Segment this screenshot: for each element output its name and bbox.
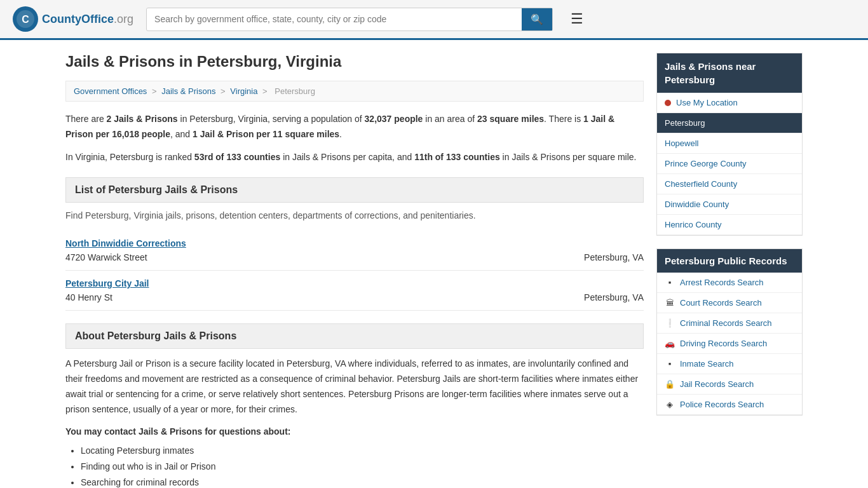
listing-city-1: Petersburg, VA: [584, 292, 644, 302]
inmate-icon: ▪: [665, 359, 675, 369]
svg-text:C: C: [22, 14, 29, 25]
jail-icon: 🔒: [665, 379, 675, 389]
police-icon: ◈: [665, 400, 675, 409]
about-text: A Petersburg Jail or Prison is a secure …: [65, 356, 644, 417]
sidebar-records-driving[interactable]: 🚗 Driving Records Search: [657, 334, 802, 354]
listing-name-north-dinwiddie[interactable]: North Dinwiddie Corrections: [65, 238, 644, 248]
public-records-title: Petersburg Public Records: [657, 249, 802, 273]
court-records-link[interactable]: Court Records Search: [680, 298, 762, 308]
location-dot-icon: [665, 100, 671, 106]
sidebar-item-prince-george[interactable]: Prince George County: [657, 154, 802, 174]
list-section-header: List of Petersburg Jails & Prisons: [65, 177, 644, 203]
sidebar-records-criminal[interactable]: ❕ Criminal Records Search: [657, 313, 802, 334]
menu-button[interactable]: ☰: [566, 8, 588, 30]
search-input[interactable]: [147, 9, 522, 29]
nearby-section: Jails & Prisons near Petersburg Use My L…: [656, 53, 803, 236]
sidebar-link-dinwiddie[interactable]: Dinwiddie County: [665, 200, 729, 209]
intro-text: There are 2 Jails & Prisons in Petersbur…: [65, 112, 644, 142]
court-icon: 🏛: [665, 298, 675, 308]
arrest-icon: ▪: [665, 278, 675, 287]
breadcrumb-jails[interactable]: Jails & Prisons: [161, 86, 215, 96]
contact-item-0: Locating Petersburg inmates: [81, 443, 644, 459]
use-my-location[interactable]: Use My Location: [657, 93, 802, 113]
public-records-section: Petersburg Public Records ▪ Arrest Recor…: [656, 248, 803, 416]
contact-heading: You may contact Jails & Prisons for ques…: [65, 426, 644, 437]
breadcrumb: Government Offices > Jails & Prisons > V…: [65, 81, 644, 102]
about-section: About Petersburg Jails & Prisons A Peter…: [65, 323, 644, 488]
listing-item: Petersburg City Jail 40 Henry St Petersb…: [65, 271, 644, 311]
sidebar-link-henrico[interactable]: Henrico County: [665, 220, 722, 229]
listing-item: North Dinwiddie Corrections 4720 Warwick…: [65, 231, 644, 271]
listing-address-0: 4720 Warwick Street: [65, 252, 147, 262]
nearby-section-title: Jails & Prisons near Petersburg: [657, 53, 802, 93]
driving-icon: 🚗: [665, 339, 675, 348]
sidebar-item-dinwiddie[interactable]: Dinwiddie County: [657, 194, 802, 215]
contact-item-1: Finding out who is in Jail or Prison: [81, 459, 644, 475]
sidebar-records-jail[interactable]: 🔒 Jail Records Search: [657, 374, 802, 395]
police-records-link[interactable]: Police Records Search: [680, 400, 764, 409]
jail-records-link[interactable]: Jail Records Search: [680, 379, 754, 389]
sidebar-records-police[interactable]: ◈ Police Records Search: [657, 395, 802, 415]
logo-text: CountyOffice.org: [42, 13, 133, 26]
criminal-icon: ❕: [665, 318, 675, 328]
sidebar-records-court[interactable]: 🏛 Court Records Search: [657, 293, 802, 313]
criminal-records-link[interactable]: Criminal Records Search: [680, 318, 772, 328]
sidebar-item-chesterfield[interactable]: Chesterfield County: [657, 174, 802, 194]
sidebar-records-inmate[interactable]: ▪ Inmate Search: [657, 354, 802, 374]
listing-address-1: 40 Henry St: [65, 292, 112, 302]
search-button[interactable]: 🔍: [522, 8, 552, 30]
sidebar-link-chesterfield[interactable]: Chesterfield County: [665, 179, 737, 189]
listing-name-city-jail[interactable]: Petersburg City Jail: [65, 278, 644, 288]
sidebar-label-petersburg: Petersburg: [665, 118, 705, 128]
breadcrumb-current: Petersburg: [275, 86, 315, 96]
sidebar-item-petersburg[interactable]: Petersburg: [657, 113, 802, 133]
contact-item-2: Searching for criminal records: [81, 475, 644, 488]
contact-list: Locating Petersburg inmates Finding out …: [65, 443, 644, 488]
sidebar-link-hopewell[interactable]: Hopewell: [665, 139, 698, 148]
driving-records-link[interactable]: Driving Records Search: [680, 339, 767, 348]
page-title: Jails & Prisons in Petersburg, Virginia: [65, 53, 644, 71]
sidebar-item-henrico[interactable]: Henrico County: [657, 215, 802, 235]
logo[interactable]: C CountyOffice.org: [13, 6, 133, 32]
sidebar-link-prince-george[interactable]: Prince George County: [665, 159, 747, 168]
breadcrumb-virginia[interactable]: Virginia: [230, 86, 257, 96]
ranking-text: In Virginia, Petersburg is ranked 53rd o…: [65, 150, 644, 165]
search-area: 🔍: [146, 8, 553, 31]
use-location-link[interactable]: Use My Location: [676, 98, 738, 107]
listing-city-0: Petersburg, VA: [584, 252, 644, 262]
about-section-header: About Petersburg Jails & Prisons: [65, 323, 644, 349]
logo-icon: C: [13, 6, 38, 32]
inmate-search-link[interactable]: Inmate Search: [680, 359, 734, 369]
arrest-records-link[interactable]: Arrest Records Search: [680, 278, 764, 287]
sidebar: Jails & Prisons near Petersburg Use My L…: [656, 53, 803, 488]
list-section-desc: Find Petersburg, Virginia jails, prisons…: [65, 210, 644, 220]
breadcrumb-gov-offices[interactable]: Government Offices: [74, 86, 147, 96]
sidebar-item-hopewell[interactable]: Hopewell: [657, 133, 802, 154]
sidebar-records-arrest[interactable]: ▪ Arrest Records Search: [657, 273, 802, 293]
